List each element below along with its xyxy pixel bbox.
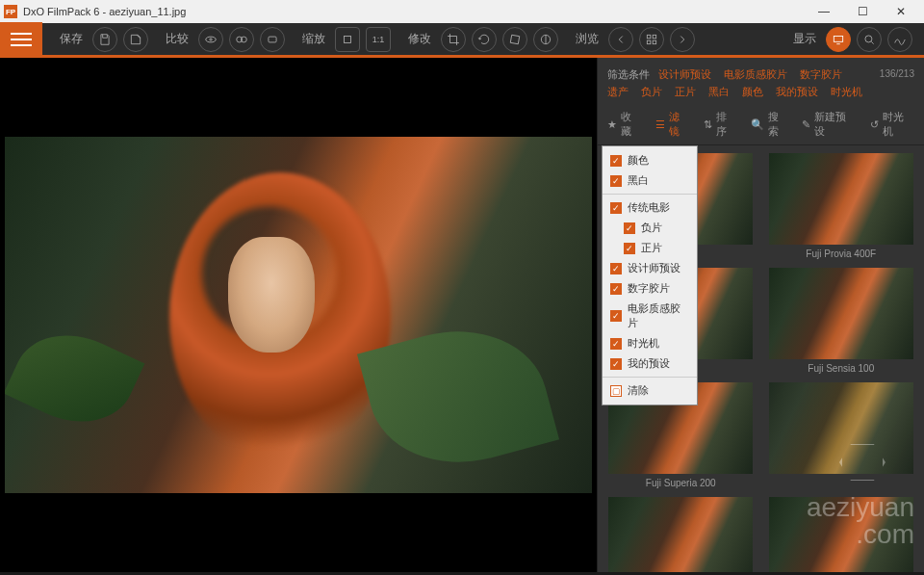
tab-filter[interactable]: ☰滤镜 [655,110,690,139]
tab-new-preset[interactable]: ✎新建预设 [802,110,857,139]
checkbox-icon: ✓ [610,358,622,370]
checkbox-icon: ✓ [610,155,622,167]
titlebar: FP DxO FilmPack 6 - aeziyuan_11.jpg — ☐ … [0,0,924,23]
filter-item-digital[interactable]: ✓数字胶片 [603,278,697,299]
svg-point-1 [210,38,212,39]
sort-icon: ⇅ [704,118,712,131]
filter-tag[interactable]: 设计师预设 [658,65,711,83]
tab-sort[interactable]: ⇅排序 [704,110,737,139]
save-as-button[interactable] [123,27,148,52]
compare-split-button[interactable] [229,27,254,52]
filter-tags-row: 136/213 筛选条件 设计师预设 电影质感胶片 数字胶片 遗产 负片 正片 … [598,58,924,104]
filter-item-pos[interactable]: ✓正片 [603,238,697,258]
adjust-button[interactable] [533,27,558,52]
filter-item-cine[interactable]: ✓电影质感胶片 [603,299,697,333]
filter-item-designer[interactable]: ✓设计师预设 [603,258,697,278]
minimize-button[interactable]: — [805,0,843,23]
preset-thumb[interactable] [766,382,917,489]
svg-point-13 [865,35,872,41]
svg-rect-6 [510,35,519,43]
window-title: DxO FilmPack 6 - aeziyuan_11.jpg [23,6,805,17]
filter-item-neg[interactable]: ✓负片 [603,218,697,238]
preset-caption [766,478,917,489]
main-photo [5,137,592,493]
filter-tag[interactable]: 数字胶片 [800,65,842,83]
canvas[interactable] [0,58,597,572]
compare-label: 比较 [166,31,189,47]
checkbox-icon: ✓ [610,263,622,274]
preset-thumb[interactable] [766,497,917,572]
toolbar: 保存 比较 缩放 1:1 修改 浏览 显示 [0,23,924,58]
filter-tag[interactable]: 负片 [641,83,662,100]
panel-tabs: ★收藏 ☰滤镜 ⇅排序 🔍搜索 ✎新建预设 ↺时光机 [598,104,924,145]
filter-tag[interactable]: 时光机 [831,83,862,100]
prev-button[interactable] [608,27,633,52]
checkbox-icon: ✓ [624,222,635,234]
checkbox-icon: ✓ [610,283,622,295]
preset-thumb[interactable] [605,497,757,572]
display-hist-button[interactable] [887,27,912,52]
filter-tag[interactable]: 遗产 [607,83,629,100]
filter-tag[interactable]: 颜色 [742,83,763,100]
svg-rect-4 [269,37,276,42]
tab-search[interactable]: 🔍搜索 [751,110,789,139]
next-button[interactable] [670,27,695,52]
filter-tag[interactable]: 电影质感胶片 [724,65,787,83]
save-group: 保存 [60,27,148,52]
display-loupe-button[interactable] [857,27,882,52]
filter-label: 筛选条件 [607,68,650,80]
filter-item-label: 我的预设 [628,356,670,371]
filter-item-label: 黑白 [628,173,649,188]
preset-thumb[interactable]: Fuji Provia 400F [766,153,917,260]
preset-thumb[interactable]: Fuji Sensia 100 [766,268,917,375]
filter-tag[interactable]: 我的预设 [776,83,818,100]
filter-item-label: 清除 [628,383,649,398]
compare-group: 比较 [166,27,285,52]
zoom-fit-button[interactable] [335,27,360,52]
filter-tag[interactable]: 黑白 [708,83,730,100]
filter-tag[interactable]: 正片 [675,83,696,100]
svg-rect-12 [834,36,842,41]
tab-favorites[interactable]: ★收藏 [607,110,642,139]
preset-thumbs[interactable]: ✓颜色 ✓黑白 ✓传统电影 ✓负片 ✓正片 ✓设计师预设 ✓数字胶片 ✓电影质感… [598,145,924,572]
checkbox-icon: ✓ [610,310,622,322]
filter-item-mine[interactable]: ✓我的预设 [603,353,697,374]
search-icon: 🔍 [751,118,764,131]
rotate-button[interactable] [472,27,497,52]
filter-item-label: 负片 [641,221,662,235]
grid-button[interactable] [639,27,664,52]
filter-item-time[interactable]: ✓时光机 [603,333,697,353]
filter-item-clear[interactable]: ▢清除 [603,380,697,401]
tab-time-label: 时光机 [883,110,914,139]
tab-sort-label: 排序 [716,110,737,139]
browse-group: 浏览 [576,27,695,52]
filter-item-label: 设计师预设 [628,261,680,275]
display-screen-button[interactable] [826,27,851,52]
crop-button[interactable] [441,27,466,52]
preset-count: 136/213 [880,65,914,83]
clock-icon: ↺ [870,118,879,131]
checkbox-icon: ✓ [610,338,622,350]
filter-popup: ✓颜色 ✓黑白 ✓传统电影 ✓负片 ✓正片 ✓设计师预设 ✓数字胶片 ✓电影质感… [602,145,698,405]
tab-time-machine[interactable]: ↺时光机 [870,110,914,139]
compare-single-button[interactable] [260,27,285,52]
save-button[interactable] [92,27,117,52]
close-button[interactable]: ✕ [882,0,920,23]
zoom-11-button[interactable]: 1:1 [366,27,391,52]
filter-item-color[interactable]: ✓颜色 [603,150,697,170]
preset-caption: Fuji Provia 400F [766,248,917,260]
filter-item-tradfilm[interactable]: ✓传统电影 [603,197,697,218]
tab-filter-label: 滤镜 [669,110,690,139]
filter-item-label: 时光机 [628,336,659,351]
filter-item-label: 数字胶片 [628,281,670,296]
filter-item-label: 颜色 [628,153,649,168]
display-group: 显示 [793,27,912,52]
straighten-button[interactable] [502,27,527,52]
filter-item-label: 传统电影 [628,200,670,215]
maximize-button[interactable]: ☐ [843,0,882,23]
checkbox-icon: ✓ [610,202,622,214]
filter-item-bw[interactable]: ✓黑白 [603,170,697,191]
checkbox-icon: ✓ [610,175,622,187]
compare-eye-button[interactable] [198,27,223,52]
menu-button[interactable] [0,22,42,57]
